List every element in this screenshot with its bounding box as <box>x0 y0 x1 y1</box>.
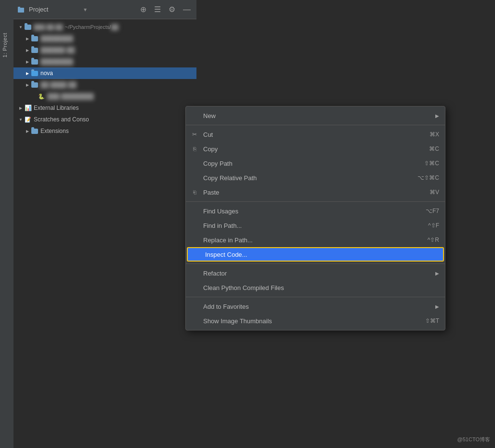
folder-icon <box>31 127 39 135</box>
menu-item-copy-relative-path[interactable]: Copy Relative Path ⌥⇧⌘C <box>186 171 445 185</box>
separator-1 <box>186 125 445 125</box>
copy-relative-icon <box>191 174 198 182</box>
project-tree: ▼ ███ ██ ██ ~/PycharmProjects/ ██ ▶ ████… <box>13 19 196 448</box>
sidebar-tab-label[interactable]: 1: Project <box>0 29 10 61</box>
tree-item-py[interactable]: 🐍 ███ ████████ <box>13 91 196 102</box>
add-favorites-icon <box>191 303 198 310</box>
copy-path-shortcut: ⇧⌘C <box>424 160 439 167</box>
project-toolbar: Project ▾ ⊕ ☰ ⚙ — <box>13 0 196 19</box>
tree-item-5[interactable]: ▶ ██ ████ ██ <box>13 79 196 91</box>
cut-shortcut: ⌘X <box>430 131 439 138</box>
find-in-path-shortcut: ^⇧F <box>428 222 439 229</box>
scratches-label: Scratches and Conso <box>34 116 89 123</box>
paste-icon: ⎗ <box>191 188 198 196</box>
arrow-icon: ▶ <box>24 81 31 88</box>
menu-paste-label: Paste <box>203 189 430 196</box>
folder-icon <box>31 35 39 42</box>
menu-item-cut[interactable]: ✂ Cut ⌘X <box>186 127 445 142</box>
menu-item-find-in-path[interactable]: Find in Path... ^⇧F <box>186 218 445 233</box>
refactor-icon <box>191 269 198 277</box>
scratches-icon: 📝 <box>24 116 32 123</box>
toolbar-minimize-btn[interactable]: — <box>181 4 193 15</box>
menu-item-copy-path[interactable]: Copy Path ⇧⌘C <box>186 156 445 171</box>
tree-item-2[interactable]: ▶ ██████ ██ <box>13 44 196 56</box>
root-blurred: ███ ██ ██ <box>34 24 63 30</box>
menu-item-find-usages[interactable]: Find Usages ⌥F7 <box>186 204 445 218</box>
inspect-code-icon <box>193 250 200 258</box>
menu-item-new[interactable]: New ▶ <box>186 108 445 123</box>
new-icon <box>191 112 198 119</box>
tree-item-root[interactable]: ▼ ███ ██ ██ ~/PycharmProjects/ ██ <box>13 21 196 33</box>
menu-add-to-favorites-label: Add to Favorites <box>203 303 435 310</box>
folder-icon <box>31 46 39 54</box>
copy-shortcut: ⌘C <box>429 145 439 152</box>
copy-icon: ⎘ <box>191 145 198 153</box>
tree-item-1[interactable]: ▶ ████████ <box>13 33 196 44</box>
copy-path-icon <box>191 159 198 167</box>
menu-item-copy[interactable]: ⎘ Copy ⌘C <box>186 142 445 156</box>
menu-inspect-code-label: Inspect Code... <box>205 251 437 258</box>
menu-item-add-to-favorites[interactable]: Add to Favorites ▶ <box>186 299 445 314</box>
arrow-icon: ▶ <box>24 58 31 65</box>
folder-icon <box>31 58 39 66</box>
menu-find-usages-label: Find Usages <box>203 208 426 215</box>
arrow-icon: ▶ <box>24 47 31 53</box>
menu-refactor-label: Refactor <box>203 270 435 277</box>
toolbar-layout-btn[interactable]: ☰ <box>152 4 163 15</box>
menu-item-show-image[interactable]: Show Image Thumbnails ⇧⌘T <box>186 314 445 328</box>
menu-new-label: New <box>203 112 435 119</box>
replace-in-path-shortcut: ^⇧R <box>428 237 439 243</box>
menu-replace-in-path-label: Replace in Path... <box>203 237 428 244</box>
separator-4 <box>186 297 445 297</box>
submenu-arrow: ▶ <box>435 113 439 119</box>
blurred-label: ███ ████████ <box>47 93 94 100</box>
menu-item-paste[interactable]: ⎗ Paste ⌘V <box>186 185 445 199</box>
cut-icon: ✂ <box>191 131 198 138</box>
sidebar-tab-number: 1: Project <box>2 33 8 57</box>
sidebar-panel: 1: Project <box>0 0 13 448</box>
root-blurred2: ██ <box>111 24 118 30</box>
blurred-label: ██████ ██ <box>40 47 75 53</box>
arrow-icon: ▶ <box>24 128 31 134</box>
menu-item-inspect-code[interactable]: Inspect Code... <box>187 247 444 262</box>
arrow-icon: ▼ <box>17 116 24 123</box>
find-usages-icon <box>191 207 198 215</box>
tree-item-external-libs[interactable]: ▶ 📊 External Libraries <box>13 102 196 114</box>
menu-item-refactor[interactable]: Refactor ▶ <box>186 266 445 280</box>
menu-clean-python-label: Clean Python Compiled Files <box>203 284 439 291</box>
menu-item-replace-in-path[interactable]: Replace in Path... ^⇧R <box>186 233 445 247</box>
blurred-label: ████████ <box>40 58 73 65</box>
project-panel: Project ▾ ⊕ ☰ ⚙ — ▼ ███ ██ ██ ~/PycharmP… <box>13 0 196 448</box>
paste-shortcut: ⌘V <box>430 189 439 196</box>
lib-icon: 📊 <box>24 104 32 112</box>
folder-icon <box>24 23 32 31</box>
find-usages-shortcut: ⌥F7 <box>426 208 439 214</box>
menu-item-clean-python[interactable]: Clean Python Compiled Files <box>186 280 445 295</box>
root-path: ~/PycharmProjects/ <box>65 24 111 30</box>
arrow-icon <box>31 93 38 100</box>
clean-python-icon <box>191 284 198 291</box>
project-folder-icon <box>17 6 25 13</box>
tree-item-scratches[interactable]: ▼ 📝 Scratches and Conso <box>13 114 196 125</box>
python-file-icon: 🐍 <box>38 92 45 100</box>
tree-item-nova[interactable]: ▶ nova <box>13 67 196 79</box>
menu-copy-label: Copy <box>203 145 429 153</box>
menu-copy-path-label: Copy Path <box>203 160 424 167</box>
project-title: Project <box>29 6 80 13</box>
tree-item-extensions[interactable]: ▶ Extensions <box>13 125 196 137</box>
separator-3 <box>186 264 445 264</box>
show-image-icon <box>191 317 198 325</box>
arrow-icon: ▶ <box>24 35 31 42</box>
arrow-icon: ▼ <box>17 24 24 30</box>
dropdown-arrow[interactable]: ▾ <box>84 6 135 13</box>
toolbar-gear-btn[interactable]: ⚙ <box>167 4 177 15</box>
tree-item-3[interactable]: ▶ ████████ <box>13 56 196 67</box>
extensions-label: Extensions <box>40 128 69 134</box>
separator-2 <box>186 201 445 202</box>
toolbar-globe-btn[interactable]: ⊕ <box>138 4 148 15</box>
nova-label: nova <box>40 70 53 77</box>
copy-relative-shortcut: ⌥⇧⌘C <box>417 174 439 181</box>
watermark: @51CTO博客 <box>457 436 490 443</box>
svg-rect-1 <box>18 7 20 9</box>
menu-show-image-label: Show Image Thumbnails <box>203 317 425 325</box>
